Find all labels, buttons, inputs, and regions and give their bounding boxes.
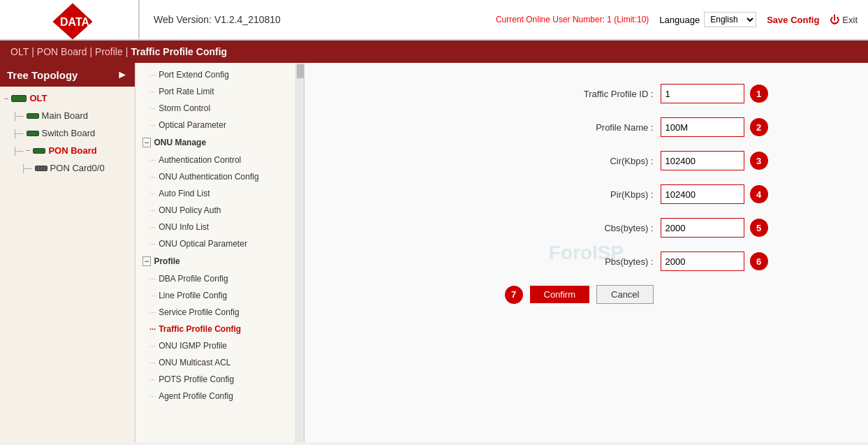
nav-label-agent: Agent Profile Config — [159, 391, 233, 401]
sidebar-item-main-board[interactable]: ├─ Main Board — [0, 107, 135, 124]
nav-onu-multicast[interactable]: ··· ONU Multicast ACL — [135, 354, 295, 371]
nav-service-profile[interactable]: ··· Service Profile Config — [135, 304, 295, 321]
nav-traffic-profile[interactable]: ··· Traffic Profile Config — [135, 321, 295, 337]
pon-card-label: PON Card0/0 — [50, 163, 105, 173]
nav-onu-optical[interactable]: ··· ONU Optical Parameter — [135, 235, 295, 252]
nav-label-port-rate: Port Rate Limit — [159, 87, 214, 96]
form-row-cir: Cir(Kbps) : 3 — [377, 151, 796, 170]
input-pbs[interactable] — [661, 251, 744, 271]
nav-onu-policy[interactable]: ··· ONU Policy Auth — [135, 202, 295, 219]
main-board-icon — [27, 113, 39, 119]
confirm-button[interactable]: Confirm — [530, 286, 590, 303]
input-pir[interactable] — [661, 184, 744, 204]
label-cir: Cir(Kbps) : — [556, 156, 654, 166]
online-users-count: 1 — [607, 15, 612, 24]
scroll-thumb[interactable] — [297, 64, 304, 78]
form-row-cbs: Cbs(bytes) : 5 — [377, 218, 796, 238]
label-pir: Pir(Kbps) : — [556, 189, 654, 200]
online-users-info: Current Online User Number: 1 (Limit:10) — [496, 15, 649, 24]
exit-button[interactable]: ⏻ Exit — [830, 14, 858, 25]
breadcrumb-olt[interactable]: OLT — [10, 46, 29, 57]
form-row-pbs: Pbs(bytes) : 6 — [377, 251, 796, 271]
nav-label-optical: Optical Parameter — [159, 120, 226, 130]
nav-onu-igmp[interactable]: ··· ONU IGMP Profile — [135, 337, 295, 354]
cancel-button[interactable]: Cancel — [596, 285, 654, 304]
nav-label-onu-policy: ONU Policy Auth — [159, 205, 221, 215]
minus-icon2: − — [27, 147, 31, 154]
step-badge-6: 6 — [750, 252, 768, 270]
scroll-area — [296, 63, 304, 442]
nav-prefix5: ··· — [149, 156, 156, 164]
sidebar-item-pon-card[interactable]: ├─ PON Card0/0 — [0, 159, 135, 177]
branch-icon4: ├─ — [21, 164, 32, 173]
language-select[interactable]: English Chinese — [704, 12, 756, 27]
nav-pots-profile[interactable]: ··· POTS Profile Config — [135, 371, 295, 388]
sidebar-title: Tree Topology — [7, 69, 78, 81]
sidebar-header: Tree Topology ► — [0, 63, 135, 87]
nav-prefix18: ··· — [149, 392, 156, 400]
form-row-pir: Pir(Kbps) : 4 — [377, 184, 796, 204]
input-cir[interactable] — [661, 151, 744, 170]
input-profile-name[interactable] — [661, 117, 744, 137]
nav-onu-info[interactable]: ··· ONU Info List — [135, 219, 295, 235]
step-badge-1: 1 — [750, 85, 768, 103]
main-board-label: Main Board — [42, 110, 88, 121]
nav-label-auto-find: Auto Find List — [159, 189, 209, 198]
branch-icon2: ├─ — [13, 129, 24, 138]
sidebar-toggle-icon[interactable]: ► — [117, 68, 128, 81]
nav-prefix7: ··· — [149, 189, 156, 198]
header: DATA Web Version: V1.2.4_210810 Current … — [0, 0, 868, 41]
language-area: Language English Chinese — [659, 12, 756, 27]
sidebar-item-pon-board[interactable]: ├─ − PON Board — [0, 142, 135, 159]
minus-icon3: − — [142, 138, 151, 147]
olt-board-icon — [11, 95, 27, 102]
main-layout: Tree Topology ► − OLT ├─ Main Board — [0, 63, 868, 442]
breadcrumb-pon-board[interactable]: PON Board — [37, 46, 87, 57]
nav-port-rate-limit[interactable]: ··· Port Rate Limit — [135, 83, 295, 100]
input-traffic-id[interactable] — [661, 84, 744, 103]
power-icon: ⏻ — [830, 14, 839, 25]
nav-label-port-extend: Port Extend Config — [159, 70, 229, 80]
sidebar-tree: − OLT ├─ Main Board ├─ Switch Board — [0, 87, 135, 180]
pon-card-icon — [35, 166, 47, 171]
nav-prefix11: ··· — [149, 275, 156, 283]
save-config-button[interactable]: Save Config — [767, 15, 819, 25]
nav-dba-profile[interactable]: ··· DBA Profile Config — [135, 270, 295, 287]
exit-label: Exit — [842, 15, 858, 25]
sidebar: Tree Topology ► − OLT ├─ Main Board — [0, 63, 135, 442]
web-version-label: Web Version: V1.2.4_210810 — [140, 14, 496, 25]
nav-storm-control[interactable]: ··· Storm Control — [135, 100, 295, 117]
input-wrap-pbs: 6 — [661, 251, 768, 271]
nav-agent-profile[interactable]: ··· Agent Profile Config — [135, 388, 295, 404]
nav-label-onu-optical: ONU Optical Parameter — [159, 239, 247, 249]
breadcrumb-profile[interactable]: Profile — [95, 46, 123, 57]
nav-onu-auth-config[interactable]: ··· ONU Authentication Config — [135, 168, 295, 185]
sidebar-item-olt[interactable]: − OLT — [0, 89, 135, 107]
form-buttons: 7 Confirm Cancel — [377, 285, 796, 304]
nav-prefix8: ··· — [149, 206, 156, 214]
step-badge-5: 5 — [750, 219, 768, 237]
input-wrap-pir: 4 — [661, 184, 768, 204]
online-users-limit: (Limit:10) — [614, 15, 649, 24]
input-wrap-traffic-id: 1 — [661, 84, 768, 103]
nav-auto-find[interactable]: ··· Auto Find List — [135, 185, 295, 202]
sidebar-item-switch-board[interactable]: ├─ Switch Board — [0, 124, 135, 142]
form-content: Traffic Profile ID : 1 Profile Name : 2 — [377, 84, 796, 304]
input-cbs[interactable] — [661, 218, 744, 238]
online-users-label: Current Online User Number: — [496, 15, 605, 24]
nav-prefix10: ··· — [149, 240, 156, 248]
section-profile: − Profile — [135, 252, 295, 270]
nav-auth-control[interactable]: ··· Authentication Control — [135, 152, 295, 168]
nav-prefix17: ··· — [149, 375, 156, 384]
header-right: Current Online User Number: 1 (Limit:10)… — [496, 12, 868, 27]
nav-port-extend-config[interactable]: ··· Port Extend Config — [135, 66, 295, 83]
nav-optical-parameter[interactable]: ··· Optical Parameter — [135, 117, 295, 133]
nav-line-profile[interactable]: ··· Line Profile Config — [135, 287, 295, 304]
nav-prefix9: ··· — [149, 223, 156, 231]
nav-prefix2: ··· — [149, 87, 156, 96]
breadcrumb-active: Traffic Profile Config — [131, 46, 227, 57]
label-traffic-id: Traffic Profile ID : — [556, 89, 654, 99]
minus-icon4: − — [142, 256, 151, 266]
breadcrumb-bar: OLT | PON Board | Profile | Traffic Prof… — [0, 41, 868, 63]
logo-area: DATA — [0, 0, 140, 39]
